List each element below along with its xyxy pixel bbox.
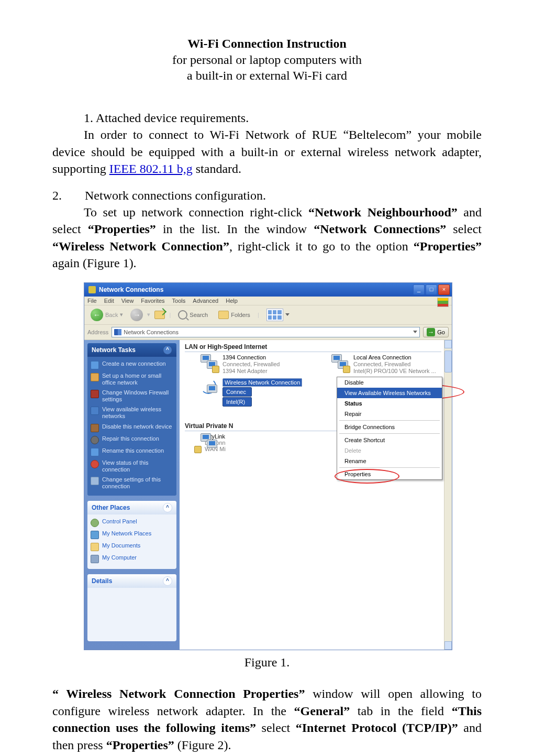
folders-button[interactable]: Folders	[215, 310, 253, 320]
back-label: Back	[105, 312, 118, 318]
doc-title: Wi-Fi Connection Instruction	[52, 37, 482, 51]
collapse-icon[interactable]: ^	[163, 503, 172, 512]
panel-header[interactable]: Other Places ^	[87, 501, 176, 514]
maximize-button[interactable]: □	[426, 284, 437, 295]
task-view-wireless[interactable]: View available wireless networks	[91, 404, 173, 421]
task-rename[interactable]: Rename this connection	[91, 446, 173, 458]
panel-header[interactable]: Network Tasks ^	[87, 343, 176, 357]
menu-tools[interactable]: Tools	[172, 298, 186, 304]
ctx-disable[interactable]: Disable	[337, 377, 442, 388]
forward-button[interactable]: →	[130, 309, 143, 321]
lock-icon	[212, 366, 219, 373]
task-repair[interactable]: Repair this connection	[91, 434, 173, 446]
ctx-view-networks[interactable]: View Available Wireless Networks	[337, 388, 442, 398]
ctx-bridge[interactable]: Bridge Connections	[337, 422, 442, 432]
task-label: View available wireless networks	[102, 406, 173, 420]
ctx-delete: Delete	[337, 445, 442, 456]
connection-name: Local Area Connection	[353, 354, 436, 360]
back-icon: ←	[91, 309, 103, 321]
task-disable-device[interactable]: Disable this network device	[91, 422, 173, 434]
task-change-settings[interactable]: Change settings of this connection	[91, 475, 173, 491]
ieee-link[interactable]: IEEE 802.11 b,g	[109, 162, 193, 176]
search-label: Search	[190, 312, 208, 318]
place-icon	[91, 555, 99, 563]
ctx-rename[interactable]: Rename	[337, 456, 442, 466]
task-firewall[interactable]: Change Windows Firewall settings	[91, 388, 173, 404]
connection-lan[interactable]: Local Area Connection Connected, Firewal…	[331, 354, 447, 374]
text-span: (Figure 2).	[174, 738, 231, 752]
other-network-places[interactable]: My Network Places	[91, 529, 173, 541]
place-label: My Computer	[102, 554, 137, 561]
task-icon	[91, 436, 99, 444]
bold-text: “Properties”	[414, 239, 482, 253]
section-1-paragraph: In order to connect to Wi-Fi Network of …	[52, 126, 482, 177]
scrollbar[interactable]	[444, 340, 452, 650]
text-span: To set up network connection right-click	[84, 205, 308, 219]
subtitle-line-1: for personal or laptop computers with	[172, 53, 362, 67]
ctx-properties[interactable]: Properties	[337, 469, 442, 479]
search-button[interactable]: Search	[175, 309, 211, 321]
task-icon	[91, 373, 99, 381]
scroll-thumb[interactable]	[444, 350, 452, 372]
connection-adapter: Intel(R) PRO/100 VE Network ...	[353, 368, 436, 374]
connection-1394[interactable]: 1394 Connection Connected, Firewalled 13…	[201, 354, 316, 374]
scroll-down-icon[interactable]	[444, 641, 452, 650]
task-icon	[91, 361, 99, 369]
minimize-button[interactable]: _	[413, 284, 425, 295]
task-label: Repair this connection	[102, 435, 159, 442]
bold-text: “Network Connections”	[314, 222, 446, 236]
collapse-icon[interactable]: ^	[163, 576, 172, 586]
text-span: standard.	[193, 162, 241, 176]
place-icon	[91, 519, 99, 527]
text-span: select	[446, 222, 482, 236]
up-button[interactable]	[154, 311, 165, 319]
go-button[interactable]: → Go	[423, 327, 449, 337]
go-icon: →	[427, 328, 435, 336]
task-setup-network[interactable]: Set up a home or small office network	[91, 371, 173, 388]
connection-icon	[331, 354, 349, 372]
doc-subtitle: for personal or laptop computers with a …	[52, 52, 482, 83]
section-2-paragraph: To set up network connection right-click…	[52, 204, 482, 272]
place-label: Control Panel	[102, 518, 137, 525]
menu-help[interactable]: Help	[226, 298, 238, 304]
other-control-panel[interactable]: Control Panel	[91, 517, 173, 529]
text-span: , right-click it to go to the option	[229, 239, 414, 253]
menu-file[interactable]: File	[87, 298, 97, 304]
main-panel: LAN or High-Speed Internet 1394 Connecti…	[180, 340, 452, 650]
window-titlebar[interactable]: Network Connections _ □ ×	[84, 283, 452, 297]
connection-wireless[interactable]: Wireless Network Connection Connec Intel…	[201, 378, 316, 407]
collapse-icon[interactable]: ^	[163, 345, 172, 355]
task-view-status[interactable]: View status of this connection	[91, 458, 173, 475]
scroll-up-icon[interactable]	[444, 340, 452, 348]
place-icon	[91, 543, 99, 551]
task-icon	[91, 390, 99, 398]
views-button[interactable]	[263, 308, 293, 322]
text-span: tab in the field	[350, 704, 451, 718]
ctx-separator	[339, 420, 440, 421]
back-button[interactable]: ← Back ▾	[87, 308, 126, 322]
dropdown-icon	[285, 313, 290, 316]
folders-label: Folders	[231, 312, 250, 318]
ctx-shortcut[interactable]: Create Shortcut	[337, 435, 442, 445]
close-button[interactable]: ×	[438, 284, 450, 295]
address-field[interactable]: Network Connections	[112, 327, 420, 337]
address-dropdown-icon[interactable]	[413, 331, 417, 333]
menu-favorites[interactable]: Favorites	[141, 298, 164, 304]
ctx-separator	[339, 467, 440, 468]
menu-view[interactable]: View	[121, 298, 134, 304]
menu-advanced[interactable]: Advanced	[193, 298, 218, 304]
other-my-documents[interactable]: My Documents	[91, 541, 173, 553]
other-my-computer[interactable]: My Computer	[91, 553, 173, 565]
panel-header[interactable]: Details ^	[87, 574, 176, 588]
divider: |	[258, 312, 259, 318]
task-create-connection[interactable]: Create a new connection	[91, 359, 173, 371]
task-label: Set up a home or small office network	[102, 372, 173, 386]
ctx-repair[interactable]: Repair	[337, 409, 442, 419]
search-icon	[178, 310, 187, 320]
connection-status: Connected, Firewalled	[222, 361, 280, 367]
windows-flag-icon	[437, 298, 449, 307]
panel-title: Network Tasks	[92, 346, 136, 354]
ctx-status[interactable]: Status	[337, 398, 442, 409]
bold-text: “Internet Protocol (TCP/IP)”	[296, 721, 458, 735]
menu-edit[interactable]: Edit	[104, 298, 114, 304]
